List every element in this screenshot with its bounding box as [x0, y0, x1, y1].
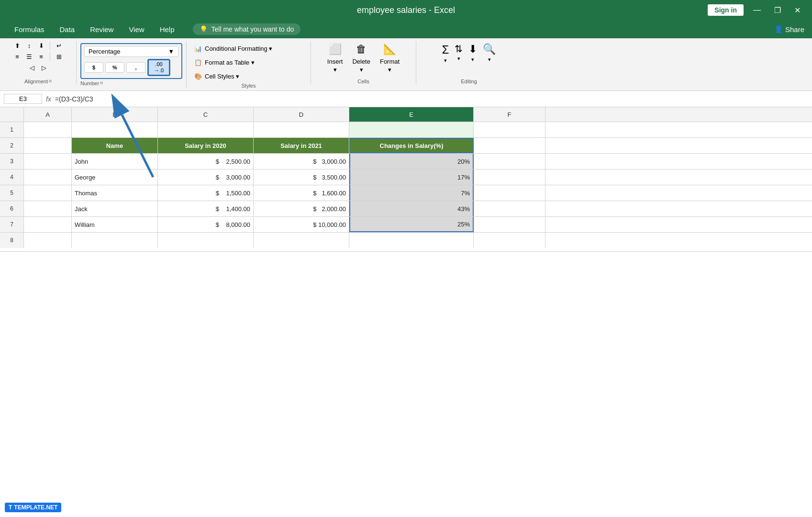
- cell-c4[interactable]: $ 3,000.00: [158, 169, 254, 185]
- corner-cell: [0, 107, 24, 122]
- cell-e6[interactable]: 43%: [349, 201, 474, 216]
- menu-help[interactable]: Help: [153, 22, 181, 36]
- cell-e1[interactable]: [349, 122, 474, 137]
- menu-review[interactable]: Review: [83, 22, 120, 36]
- cell-d5[interactable]: $ 1,600.00: [254, 185, 349, 201]
- cell-d4[interactable]: $ 3,500.00: [254, 169, 349, 185]
- sign-in-button[interactable]: Sign in: [708, 4, 744, 16]
- name-box[interactable]: E3: [4, 94, 42, 104]
- lightbulb-icon: 💡: [200, 25, 208, 33]
- ribbon-editing-section: Σ ▾ ⇅ ▾ ⬇ ▾ 🔍 ▾ Editing: [416, 41, 522, 84]
- alignment-dialog-icon[interactable]: ⌗: [49, 78, 52, 84]
- menu-formulas[interactable]: Formulas: [8, 22, 51, 36]
- insert-icon: ⬜: [329, 43, 342, 56]
- cell-c8[interactable]: [158, 233, 254, 248]
- tell-me-bar[interactable]: 💡 Tell me what you want to do: [193, 23, 301, 35]
- percent-button[interactable]: %: [105, 62, 124, 73]
- cell-c2[interactable]: Salary in 2020: [158, 138, 254, 153]
- share-button[interactable]: 👤 Share: [774, 25, 804, 34]
- cell-f3[interactable]: [474, 154, 545, 169]
- wrap-text-icon[interactable]: ↵: [54, 41, 64, 50]
- find-icon: 🔍: [483, 43, 496, 56]
- increase-indent-icon[interactable]: ▷: [39, 63, 49, 72]
- col-header-f[interactable]: F: [474, 107, 545, 122]
- cell-c7[interactable]: $ 8,000.00: [158, 217, 254, 232]
- cell-a2[interactable]: [24, 138, 72, 153]
- format-as-table-button[interactable]: 📋 Format as Table ▾: [190, 57, 307, 68]
- cell-b5[interactable]: Thomas: [72, 185, 158, 201]
- cell-d7[interactable]: $ 10,000.00: [254, 217, 349, 232]
- col-header-a[interactable]: A: [24, 107, 72, 122]
- cell-f8[interactable]: [474, 233, 545, 248]
- cell-d3[interactable]: $ 3,000.00: [254, 154, 349, 169]
- cell-a6[interactable]: [24, 201, 72, 216]
- cell-d1[interactable]: [254, 122, 349, 137]
- align-top-icon[interactable]: ⬆: [12, 41, 22, 50]
- align-middle-icon[interactable]: ↕: [24, 41, 34, 50]
- cell-e2[interactable]: Changes in Salary(%): [349, 138, 474, 153]
- cell-d2[interactable]: Salary in 2021: [254, 138, 349, 153]
- format-button[interactable]: Format ▾: [377, 56, 402, 75]
- delete-button[interactable]: Delete ▾: [349, 56, 373, 75]
- cell-e8[interactable]: [349, 233, 474, 248]
- cell-d8[interactable]: [254, 233, 349, 248]
- insert-button[interactable]: Insert ▾: [324, 56, 346, 75]
- align-right-icon[interactable]: ≡: [36, 52, 46, 61]
- col-header-e[interactable]: E: [349, 107, 474, 122]
- menu-view[interactable]: View: [122, 22, 151, 36]
- merge-center-icon[interactable]: ⊞: [54, 52, 64, 61]
- cell-b4[interactable]: George: [72, 169, 158, 185]
- align-bottom-icon[interactable]: ⬇: [36, 41, 46, 50]
- cell-f2[interactable]: [474, 138, 545, 153]
- cell-e4[interactable]: 17%: [349, 169, 474, 185]
- cell-e7[interactable]: 25%: [349, 217, 474, 232]
- cell-f7[interactable]: [474, 217, 545, 232]
- row-num-6: 6: [0, 201, 24, 216]
- dollar-button[interactable]: $: [84, 62, 103, 73]
- cell-styles-button[interactable]: 🎨 Cell Styles ▾: [190, 71, 307, 82]
- sum-icon: Σ: [442, 43, 449, 56]
- column-headers: A B C D E F: [0, 107, 812, 122]
- cell-a4[interactable]: [24, 169, 72, 185]
- cell-c1[interactable]: [158, 122, 254, 137]
- cell-a7[interactable]: [24, 217, 72, 232]
- cell-b2[interactable]: Name: [72, 138, 158, 153]
- col-header-c[interactable]: C: [158, 107, 254, 122]
- cell-f5[interactable]: [474, 185, 545, 201]
- cell-e3[interactable]: 20%: [349, 154, 474, 169]
- number-dialog-icon[interactable]: ⌗: [100, 80, 103, 86]
- col-header-b[interactable]: B: [72, 107, 158, 122]
- decrease-decimal-button[interactable]: .00 →.0: [147, 59, 170, 76]
- cell-b6[interactable]: Jack: [72, 201, 158, 216]
- cell-f4[interactable]: [474, 169, 545, 185]
- align-left-icon[interactable]: ≡: [12, 52, 22, 61]
- col-header-d[interactable]: D: [254, 107, 349, 122]
- cell-b3[interactable]: John: [72, 154, 158, 169]
- cell-c3[interactable]: $ 2,500.00: [158, 154, 254, 169]
- menu-data[interactable]: Data: [53, 22, 82, 36]
- cell-d6[interactable]: $ 2,000.00: [254, 201, 349, 216]
- decrease-indent-icon[interactable]: ◁: [27, 63, 37, 72]
- cell-b8[interactable]: [72, 233, 158, 248]
- cell-b7[interactable]: William: [72, 217, 158, 232]
- cell-a5[interactable]: [24, 185, 72, 201]
- conditional-formatting-button[interactable]: 📊 Conditional Formatting ▾: [190, 43, 307, 54]
- restore-button[interactable]: ❐: [770, 5, 785, 16]
- ribbon-cells-section: ⬜ Insert ▾ 🗑 Delete ▾ 📐 Format ▾ Cells: [311, 41, 416, 84]
- table-row: 1: [0, 122, 812, 138]
- cell-a1[interactable]: [24, 122, 72, 137]
- number-format-dropdown[interactable]: Percentage ▼: [84, 46, 178, 57]
- cell-b1[interactable]: [72, 122, 158, 137]
- comma-button[interactable]: ,: [126, 62, 145, 73]
- cell-c5[interactable]: $ 1,500.00: [158, 185, 254, 201]
- minimize-button[interactable]: —: [749, 5, 765, 15]
- cell-a8[interactable]: [24, 233, 72, 248]
- cell-a3[interactable]: [24, 154, 72, 169]
- cell-e5[interactable]: 7%: [349, 185, 474, 201]
- cell-f1[interactable]: [474, 122, 545, 137]
- close-button[interactable]: ✕: [790, 5, 804, 16]
- cell-c6[interactable]: $ 1,400.00: [158, 201, 254, 216]
- align-center-icon[interactable]: ☰: [24, 52, 34, 61]
- ribbon-alignment-section: ⬆ ↕ ⬇ ↵ ≡ ☰ ≡ ⊞ ◁ ▷ Alignment ⌗: [0, 41, 77, 84]
- cell-f6[interactable]: [474, 201, 545, 216]
